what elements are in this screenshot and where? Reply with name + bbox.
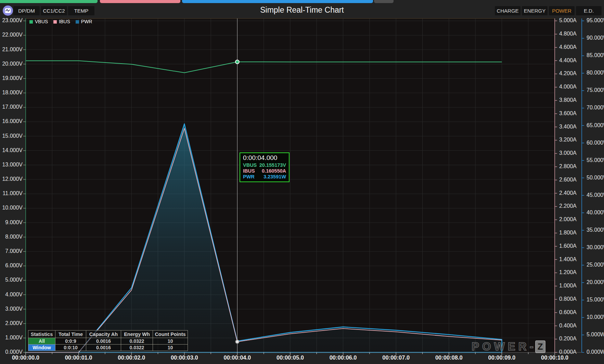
voltage-tick-label: 0.000V [5,349,23,355]
current-tick-label: 4.400A [559,57,577,63]
power-tick-label: 75.000W [587,87,604,93]
voltage-tick-label: 20.000V [2,61,23,67]
ibus-marker-dot [235,340,239,343]
chart-canvas[interactable]: 23.000V22.000V21.000V20.000V19.000V18.00… [0,0,604,364]
power-tick-label: 35.000W [587,227,604,233]
statistics-table: Statistics Total Time Capacity Ah Energy… [28,330,188,351]
energy-button[interactable]: ENERGY [522,6,548,15]
voltage-tick-label: 19.000V [2,75,23,81]
tab-cc1cc2[interactable]: CC1/CC2 [41,6,67,15]
voltage-tick-label: 3.000V [5,306,23,312]
power-z-app-window: { "header": { "tabs": [ {"label":"DP/DM"… [0,0,604,364]
legend-item-ibus[interactable]: IBUS [53,19,70,24]
current-tick-label: 2.000A [559,216,577,222]
time-tick-label: 00:00:02.0 [118,354,145,361]
voltage-tick-label: 15.000V [2,133,23,139]
power-tick-label: 70.000W [587,105,604,110]
app-logo-icon[interactable] [3,5,13,16]
time-tick-label: 00:00:10.0 [541,354,568,361]
time-tick-label: 00:00:04.0 [223,354,251,361]
stats-row-all: All 0:0:9 0.0016 0.0322 10 [28,338,188,345]
current-tick-label: 0.000A [559,349,577,355]
voltage-tick-label: 16.000V [2,118,23,124]
current-tick-label: 4.600A [559,44,577,50]
voltage-tick-label: 17.000V [2,104,23,110]
vbus-marker-dot [235,60,239,64]
power-tick-label: 45.000W [587,192,604,198]
watermark-z-badge: Z [535,340,545,353]
ed-button[interactable]: E.D. [576,6,602,15]
power-tick-label: 20.000W [587,279,604,285]
voltage-tick-label: 14.000V [2,147,23,153]
power-tick-label: 50.000W [587,175,604,180]
stats-row-window: Window 0:0:10 0.0016 0.0322 10 [28,345,188,351]
power-tick-label: 40.000W [587,210,604,215]
current-tick-label: 3.600A [559,110,577,116]
voltage-tick-label: 4.000V [5,292,23,297]
tab-temp[interactable]: TEMP [68,6,94,15]
voltage-tick-label: 2.000V [5,320,23,326]
time-tick-label: 00:00:00.0 [12,354,39,361]
time-tick-label: 00:00:08.0 [435,354,463,361]
power-tick-label: 90.000W [587,35,604,41]
current-tick-label: 1.200A [559,269,577,275]
current-tick-label: 4.000A [559,84,577,90]
current-tick-label: 0.800A [559,296,577,302]
watermark-text: POWER- [472,340,537,353]
power-tick-label: 65.000W [587,122,604,128]
power-tick-label: 30.000W [587,244,604,250]
current-tick-label: 1.000A [559,283,577,288]
voltage-tick-label: 13.000V [2,162,23,167]
voltage-tick-label: 23.000V [2,17,23,23]
power-button[interactable]: POWER [549,6,575,15]
time-tick-label: 00:00:07.0 [382,354,410,361]
current-tick-label: 1.400A [559,256,577,262]
current-tick-label: 2.200A [559,203,577,209]
tooltip-timestamp: 0:00:04.000 [243,154,286,162]
stats-all-label: All [28,338,55,345]
voltage-tick-label: 11.000V [3,190,23,196]
current-tick-label: 4.200A [559,70,577,76]
voltage-tick-label: 7.000V [5,248,23,254]
current-tick-label: 4.800A [559,31,577,37]
voltage-tick-label: 18.000V [2,90,23,95]
legend-item-pwr[interactable]: PWR [76,19,92,24]
time-tick-label: 00:00:09.0 [488,354,515,361]
power-tick-label: 55.000W [587,157,604,163]
power-z-watermark: POWER- Z [472,340,545,353]
ibus-swatch-icon [53,20,57,24]
power-tick-label: 15.000W [587,297,604,302]
current-tick-label: 1.600A [559,243,577,249]
current-tick-label: 2.800A [559,163,577,169]
power-tick-label: 60.000W [587,140,604,146]
voltage-tick-label: 6.000V [5,262,23,268]
pwr-swatch-icon [76,20,79,24]
power-tick-label: 85.000W [587,52,604,58]
charge-button[interactable]: CHARGE [495,6,521,15]
current-tick-label: 3.400A [559,124,577,130]
power-tick-label: 95.000W [587,17,604,23]
power-tick-label: 5.000W [587,332,604,337]
left-tab-bar: DP/DM CC1/CC2 TEMP [13,6,94,15]
vbus-swatch-icon [29,20,33,24]
tab-dpdm[interactable]: DP/DM [13,6,40,15]
stats-header-row: Statistics Total Time Capacity Ah Energy… [28,331,188,338]
power-tick-label: 10.000W [587,314,604,320]
legend-label: IBUS [59,19,70,24]
tooltip-row-ibus: IBUS0.160550A [243,168,286,174]
voltage-tick-label: 10.000V [2,205,23,211]
current-tick-label: 0.600A [559,309,577,315]
legend-label: VBUS [35,19,48,24]
time-tick-label: 00:00:03.0 [171,354,198,361]
right-button-bar: CHARGE ENERGY POWER E.D. [495,6,602,15]
voltage-tick-label: 1.000V [5,335,23,340]
time-tick-label: 00:00:06.0 [330,354,357,361]
legend-label: PWR [81,19,92,24]
voltage-tick-label: 8.000V [5,234,23,240]
voltage-tick-label: 12.000V [2,176,23,182]
power-tick-label: 0.000W [587,349,604,355]
current-tick-label: 0.200A [559,336,577,341]
voltage-tick-label: 9.000V [5,219,23,225]
data-point-tooltip: 0:00:04.000 VBUS20.155173V IBUS0.160550A… [240,152,290,182]
legend-item-vbus[interactable]: VBUS [29,19,48,24]
